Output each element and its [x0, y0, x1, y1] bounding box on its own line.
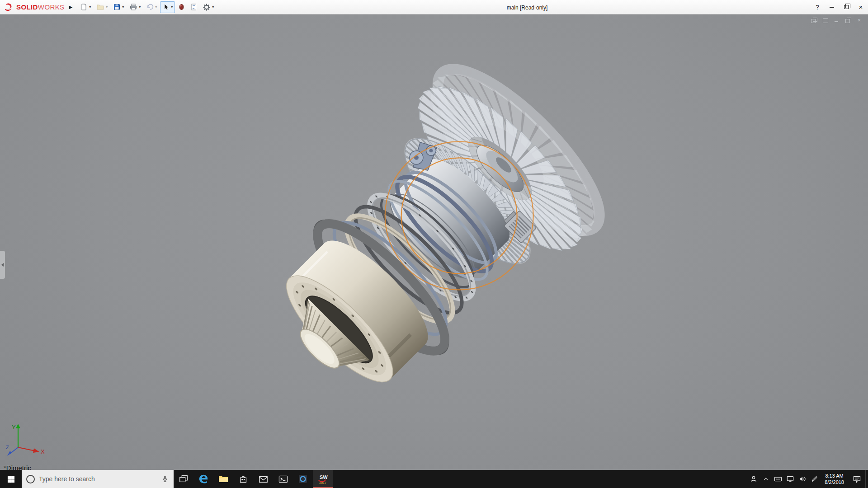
triad-z-label: Z: [6, 445, 9, 450]
graphics-viewport[interactable]: ×: [0, 14, 868, 470]
touch-keyboard-button[interactable]: [772, 470, 784, 488]
undo-button[interactable]: ▾: [144, 1, 159, 13]
mail-button[interactable]: [253, 470, 273, 488]
appearances-ball-icon: [178, 3, 185, 11]
close-button[interactable]: ×: [854, 0, 868, 14]
windows-logo-icon: [7, 475, 15, 483]
triad-x-label: X: [41, 448, 45, 455]
doc-minimize-icon[interactable]: [833, 18, 840, 23]
window-controls: ? ×: [810, 0, 868, 14]
svg-text:SW: SW: [320, 474, 328, 480]
cascade-windows-icon[interactable]: [811, 18, 817, 23]
people-icon: [749, 474, 758, 483]
action-center-icon: [852, 474, 862, 484]
undo-icon: [146, 3, 154, 11]
quick-access-toolbar: ▾ ▾ ▾ ▾: [78, 1, 216, 13]
pen-icon: [810, 475, 819, 483]
window-title: main [Read-only]: [507, 5, 548, 11]
taskbar-clock[interactable]: 8:13 AM 8/2/2018: [821, 470, 848, 488]
reference-triad: Y X Z: [5, 419, 46, 458]
brand-text: SOLIDWORKS: [16, 3, 65, 11]
save-button[interactable]: ▾: [111, 1, 126, 13]
restore-button[interactable]: [839, 0, 854, 14]
titlebar: SOLIDWORKS ▶ ▾ ▾ ▾: [0, 0, 868, 14]
command-prompt-icon: [278, 474, 288, 484]
print-icon: [129, 3, 137, 11]
solidworks-logo: SOLIDWORKS: [0, 2, 68, 12]
clock-date: 8/2/2018: [825, 479, 844, 485]
ds-logo-icon: [4, 2, 14, 12]
people-button[interactable]: [747, 470, 760, 488]
dropdown-caret-icon[interactable]: ▾: [139, 5, 141, 9]
task-view-button[interactable]: [174, 470, 193, 488]
minimize-button[interactable]: [825, 0, 839, 14]
engine-3d-scene: [0, 14, 868, 470]
edge-icon: [198, 473, 209, 485]
dropdown-caret-icon[interactable]: ▾: [122, 5, 124, 9]
dropdown-caret-icon[interactable]: ▾: [89, 5, 91, 9]
chevron-up-icon: [762, 475, 770, 483]
file-properties-icon: [190, 3, 197, 11]
task-view-icon: [179, 474, 189, 484]
select-cursor-icon: [162, 3, 170, 11]
open-button[interactable]: ▾: [94, 1, 110, 13]
print-button[interactable]: ▾: [127, 1, 143, 13]
microsoft-store-button[interactable]: [233, 470, 253, 488]
display-button[interactable]: [784, 470, 796, 488]
solidworks-app-icon: SW 2017: [316, 473, 329, 485]
clock-time: 8:13 AM: [825, 473, 844, 479]
windows-taskbar: SW 2017: [0, 470, 868, 488]
edrawings-icon: [297, 474, 308, 484]
svg-text:2017: 2017: [319, 481, 326, 484]
cortana-icon[interactable]: [26, 475, 35, 483]
help-button[interactable]: ?: [810, 0, 825, 14]
restore-icon: [844, 5, 849, 9]
file-properties-button[interactable]: [188, 1, 199, 13]
dropdown-caret-icon[interactable]: ▾: [212, 5, 214, 9]
view-orientation-label: *Dimetric: [4, 464, 31, 470]
dropdown-caret-icon[interactable]: ▾: [106, 5, 108, 9]
keyboard-icon: [774, 474, 783, 483]
triad-y-label: Y: [12, 424, 16, 431]
document-window-controls: ×: [811, 18, 863, 23]
dropdown-caret-icon[interactable]: ▾: [155, 5, 157, 9]
new-document-icon: [80, 3, 88, 11]
edrawings-button[interactable]: [293, 470, 313, 488]
monitor-icon: [786, 474, 795, 483]
microphone-icon[interactable]: [161, 475, 169, 483]
file-explorer-button[interactable]: [213, 470, 233, 488]
solidworks-2017-button[interactable]: SW 2017: [313, 470, 333, 488]
volume-icon: [798, 474, 807, 483]
command-prompt-button[interactable]: [273, 470, 293, 488]
tile-windows-icon[interactable]: [822, 18, 829, 23]
edge-browser-button[interactable]: [193, 470, 213, 488]
options-button[interactable]: ▾: [200, 1, 216, 13]
solidworks-application-window: { "titlebar": { "brand_bold": "SOLID", "…: [0, 0, 868, 488]
doc-restore-icon[interactable]: [844, 18, 851, 23]
store-bag-icon: [238, 474, 248, 484]
action-center-button[interactable]: [848, 470, 865, 488]
panel-collapse-tab[interactable]: [0, 250, 5, 279]
select-tool-button[interactable]: ▾: [160, 1, 175, 13]
search-input[interactable]: [39, 475, 157, 483]
doc-close-icon[interactable]: ×: [856, 18, 863, 23]
system-tray: 8:13 AM 8/2/2018: [747, 470, 868, 488]
appearances-button[interactable]: [176, 1, 187, 13]
menu-flyout-arrow-icon[interactable]: ▶: [69, 5, 73, 9]
show-desktop-strip[interactable]: [865, 470, 868, 488]
jet-engine-model[interactable]: [236, 48, 620, 432]
open-folder-icon: [96, 3, 104, 11]
folder-icon: [218, 474, 229, 484]
save-icon: [113, 3, 121, 11]
minimize-icon: [830, 7, 834, 8]
volume-button[interactable]: [796, 470, 808, 488]
taskbar-search-box[interactable]: [22, 470, 174, 488]
new-document-button[interactable]: ▾: [78, 1, 93, 13]
windows-ink-button[interactable]: [808, 470, 821, 488]
hidden-icons-button[interactable]: [760, 470, 772, 488]
dropdown-caret-icon[interactable]: ▾: [171, 5, 173, 9]
mail-envelope-icon: [258, 474, 269, 484]
gear-icon: [203, 3, 211, 11]
start-button[interactable]: [0, 470, 22, 488]
